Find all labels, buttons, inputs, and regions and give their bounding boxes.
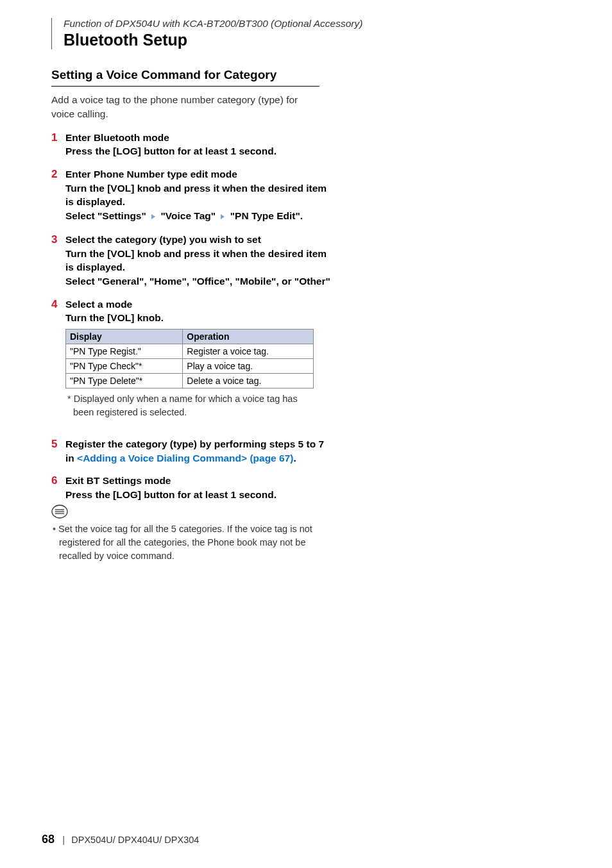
svg-marker-1	[221, 214, 225, 219]
step-5: 5 Register the category (type) by perfor…	[51, 437, 335, 465]
table-row: "PN Type Delete"* Delete a voice tag.	[66, 373, 314, 388]
table-footnote: * Displayed only when a name for which a…	[65, 392, 319, 419]
page-number: 68	[42, 833, 55, 846]
step-heading: Select a mode	[65, 297, 335, 312]
step-number: 4	[51, 297, 65, 428]
footer-separator: |	[62, 834, 65, 845]
note-bullet: Set the voice tag for all the 5 categori…	[51, 522, 335, 563]
step-number: 1	[51, 131, 65, 158]
cross-reference-link[interactable]: <Adding a Voice Dialing Command> (page 6…	[77, 453, 293, 463]
chevron-right-icon	[150, 210, 157, 224]
step-6: 6 Exit BT Settings mode Press the [LOG] …	[51, 474, 335, 501]
step-heading: Exit BT Settings mode	[65, 474, 335, 488]
chevron-right-icon	[219, 210, 226, 224]
table-row: "PN Type Regist." Register a voice tag.	[66, 344, 314, 358]
step-2: 2 Enter Phone Number type edit mode Turn…	[51, 167, 335, 224]
step-number: 6	[51, 474, 65, 501]
step-instruction: Select "General", "Home", "Office", "Mob…	[65, 274, 335, 288]
table-cell: "PN Type Regist."	[66, 344, 183, 358]
step-text-b: .	[293, 453, 296, 463]
step-instruction: Press the [LOG] button for at least 1 se…	[65, 488, 335, 502]
table-cell: Register a voice tag.	[183, 344, 313, 358]
step-instruction: Press the [LOG] button for at least 1 se…	[65, 144, 335, 158]
step-instruction: Turn the [VOL] knob.	[65, 311, 335, 325]
context-line: Function of DPX504U with KCA-BT200/BT300…	[64, 18, 567, 29]
main-title: Bluetooth Setup	[64, 31, 567, 49]
select-part-c: "PN Type Edit".	[230, 210, 303, 221]
select-part-a: Select "Settings"	[65, 210, 146, 221]
section-title: Setting a Voice Command for Category	[51, 67, 319, 87]
svg-marker-0	[151, 214, 155, 219]
step-3: 3 Select the category (type) you wish to…	[51, 233, 335, 288]
page-footer: 68 | DPX504U/ DPX404U/ DPX304	[42, 833, 199, 846]
step-heading: Enter Bluetooth mode	[65, 131, 335, 145]
table-cell: "PN Type Check"*	[66, 358, 183, 373]
step-heading: Select the category (type) you wish to s…	[65, 233, 335, 247]
step-heading: Enter Phone Number type edit mode	[65, 167, 335, 181]
table-header-row: Display Operation	[66, 329, 314, 344]
step-1: 1 Enter Bluetooth mode Press the [LOG] b…	[51, 131, 335, 158]
table-cell: Play a voice tag.	[183, 358, 313, 373]
page-header: Function of DPX504U with KCA-BT200/BT300…	[51, 18, 567, 49]
step-number: 2	[51, 167, 65, 224]
table-cell: Delete a voice tag.	[183, 373, 313, 388]
section-intro: Add a voice tag to the phone number cate…	[51, 93, 319, 122]
step-instruction: Turn the [VOL] knob and press it when th…	[65, 247, 335, 274]
table-row: "PN Type Check"* Play a voice tag.	[66, 358, 314, 373]
select-part-b: "Voice Tag"	[160, 210, 216, 221]
table-header-display: Display	[66, 329, 183, 344]
footer-models: DPX504U/ DPX404U/ DPX304	[71, 835, 199, 845]
step-number: 3	[51, 233, 65, 288]
step-4: 4 Select a mode Turn the [VOL] knob. Dis…	[51, 297, 335, 428]
step-select-path: Select "Settings" "Voice Tag" "PN Type E…	[65, 209, 335, 224]
table-header-operation: Operation	[183, 329, 313, 344]
step-number: 5	[51, 437, 65, 465]
info-icon	[51, 505, 567, 521]
mode-table: Display Operation "PN Type Regist." Regi…	[65, 329, 314, 388]
table-cell: "PN Type Delete"*	[66, 373, 183, 388]
step-instruction: Turn the [VOL] knob and press it when th…	[65, 181, 335, 209]
step-heading: Register the category (type) by performi…	[65, 437, 335, 465]
